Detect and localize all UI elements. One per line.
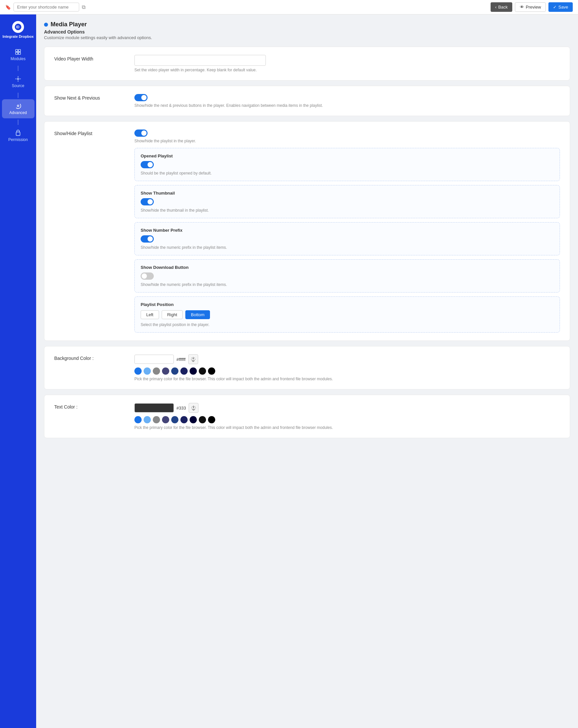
bg-swatch-darknavy[interactable] [180, 367, 188, 375]
text-swatch-darkest[interactable] [190, 416, 197, 423]
text-swatch-blue[interactable] [134, 416, 141, 423]
logo-icon: ID [12, 21, 24, 33]
back-button[interactable]: ‹ Back [491, 2, 512, 12]
chevron-left-icon: ‹ [495, 5, 497, 9]
app-layout: ID Integrate Dropbox Modules Source Adva… [0, 15, 578, 728]
bg-swatch-navy[interactable] [171, 367, 178, 375]
section-desc: Customize module settings easily with ad… [44, 35, 570, 40]
show-thumbnail-desc: Show/hide the thumbnail in the playlist. [141, 208, 554, 213]
page-header: Media Player [44, 21, 570, 28]
svg-point-7 [18, 105, 19, 107]
show-hide-playlist-card: Show/Hide Playlist Show/hide the playlis… [44, 121, 570, 341]
text-swatch-gray[interactable] [153, 416, 160, 423]
preview-button[interactable]: 👁 Preview [515, 2, 546, 12]
section-title: Advanced Options [44, 29, 570, 34]
eye-icon: 👁 [520, 5, 524, 9]
text-swatch-purple[interactable] [162, 416, 169, 423]
svg-rect-8 [16, 132, 20, 136]
bg-color-swatches [134, 367, 560, 375]
bg-swatch-black[interactable] [208, 367, 215, 375]
toggle-knob-opened [148, 162, 153, 167]
page-title: Media Player [51, 21, 87, 28]
toggle-knob-prefix [148, 236, 153, 241]
video-player-width-card: Video Player Width Set the video player … [44, 47, 570, 80]
show-hide-playlist-row: Show/Hide Playlist Show/hide the playlis… [54, 130, 560, 333]
video-player-width-input[interactable] [134, 55, 266, 66]
sidebar-item-permission[interactable]: Permission [2, 126, 34, 145]
show-thumbnail-toggle[interactable] [141, 198, 154, 205]
show-download-button-toggle[interactable] [141, 272, 154, 280]
svg-text:ID: ID [16, 25, 19, 29]
position-left-button[interactable]: Left [141, 310, 159, 319]
shortcode-input[interactable] [14, 3, 79, 11]
playlist-position-desc: Select the playlist position in the play… [141, 322, 554, 327]
shortcode-icon: 🔖 [5, 5, 11, 10]
text-swatch-darknavy[interactable] [180, 416, 188, 423]
bg-swatch-nearblack[interactable] [199, 367, 206, 375]
show-next-previous-toggle[interactable] [134, 94, 148, 101]
show-number-prefix-card: Show Number Prefix Show/hide the numeric… [134, 222, 560, 255]
top-bar-left: 🔖 ⧉ [5, 3, 85, 11]
svg-rect-3 [19, 50, 21, 52]
video-player-width-desc: Set the video player width in percentage… [134, 68, 560, 72]
text-color-swatches [134, 416, 560, 423]
show-next-previous-label: Show Next & Previous [54, 94, 127, 101]
svg-rect-5 [19, 52, 21, 55]
sidebar-item-source[interactable]: Source [2, 72, 34, 92]
text-color-picker-row: #333 [134, 403, 560, 413]
bg-swatch-gray[interactable] [153, 367, 160, 375]
bg-swatch-darkest[interactable] [190, 367, 197, 375]
top-bar: 🔖 ⧉ ‹ Back 👁 Preview ✓ Save [0, 0, 578, 15]
text-color-card: Text Color : #333 [44, 395, 570, 438]
text-swatch-lightblue[interactable] [143, 416, 151, 423]
video-player-width-control: Set the video player width in percentage… [134, 55, 560, 72]
show-thumbnail-card: Show Thumbnail Show/hide the thumbnail i… [134, 185, 560, 218]
svg-point-9 [192, 360, 194, 362]
show-number-prefix-toggle[interactable] [141, 235, 154, 242]
show-download-button-title: Show Download Button [141, 265, 554, 270]
bg-swatch-purple[interactable] [162, 367, 169, 375]
opened-playlist-title: Opened Playlist [141, 154, 554, 158]
text-swatch-navy[interactable] [171, 416, 178, 423]
show-hide-playlist-label: Show/Hide Playlist [54, 130, 127, 136]
bg-color-swatch-display[interactable] [134, 355, 174, 364]
bg-swatch-lightblue[interactable] [143, 367, 151, 375]
position-bottom-button[interactable]: Bottom [185, 310, 210, 319]
text-swatch-nearblack[interactable] [199, 416, 206, 423]
bg-color-picker-row: #ffffff [134, 354, 560, 364]
show-number-prefix-desc: Show/hide the numeric prefix in the play… [141, 245, 554, 250]
connector-1 [18, 66, 19, 71]
show-next-previous-control: Show/hide the next & previous buttons in… [134, 94, 560, 108]
playlist-position-title: Playlist Position [141, 302, 554, 307]
bg-swatch-blue[interactable] [134, 367, 141, 375]
logo-text: Integrate Dropbox [3, 34, 34, 39]
show-download-button-card: Show Download Button Show/hide the numer… [134, 259, 560, 292]
show-hide-playlist-toggle[interactable] [134, 130, 148, 137]
bg-color-picker-icon[interactable] [188, 354, 198, 364]
text-color-swatch-display[interactable] [134, 403, 174, 413]
text-swatch-black[interactable] [208, 416, 215, 423]
svg-rect-2 [16, 50, 18, 52]
svg-point-6 [18, 78, 19, 80]
background-color-card: Background Color : #ffffff [44, 346, 570, 389]
header-dot [44, 23, 48, 27]
sidebar-item-advanced[interactable]: Advanced [2, 99, 34, 118]
show-hide-playlist-desc: Show/hide the playlist in the player. [134, 139, 560, 143]
sidebar-item-modules[interactable]: Modules [2, 45, 34, 64]
text-color-picker-icon[interactable] [189, 403, 199, 413]
toggle-knob [141, 95, 147, 100]
toggle-knob-playlist [141, 130, 147, 136]
bg-color-desc: Pick the primary color for the file brow… [134, 376, 560, 381]
position-right-button[interactable]: Right [162, 310, 183, 319]
show-next-previous-card: Show Next & Previous Show/hide the next … [44, 86, 570, 116]
check-icon: ✓ [553, 5, 557, 9]
show-download-button-desc: Show/hide the numeric prefix in the play… [141, 282, 554, 287]
sidebar: ID Integrate Dropbox Modules Source Adva… [0, 15, 36, 728]
save-button[interactable]: ✓ Save [548, 2, 573, 12]
toggle-knob-thumbnail [148, 199, 153, 204]
text-color-label: Text Color : [54, 403, 127, 410]
opened-playlist-toggle[interactable] [141, 161, 154, 168]
show-number-prefix-title: Show Number Prefix [141, 228, 554, 233]
text-color-row: Text Color : #333 [54, 403, 560, 430]
shortcode-copy-icon[interactable]: ⧉ [82, 4, 85, 10]
